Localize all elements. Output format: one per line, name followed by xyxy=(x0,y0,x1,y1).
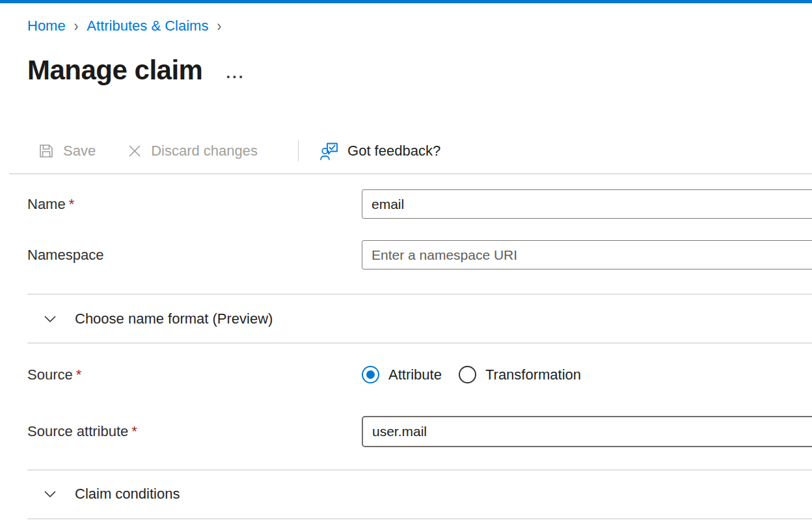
discard-changes-label: Discard changes xyxy=(151,143,258,159)
name-field-row: Name* xyxy=(27,189,812,219)
source-attribute-label-text: Source attribute xyxy=(27,423,128,439)
name-format-section-title: Choose name format (Preview) xyxy=(75,310,273,327)
claim-conditions-section-header[interactable]: Claim conditions xyxy=(27,482,812,506)
toolbar-divider xyxy=(298,141,299,161)
save-button[interactable]: Save xyxy=(38,143,96,159)
name-label-text: Name xyxy=(27,196,66,212)
required-asterisk: * xyxy=(131,423,137,439)
breadcrumb: Home › Attributes & Claims › xyxy=(27,18,221,34)
command-bar: Save Discard changes Got feedback? xyxy=(38,137,440,165)
breadcrumb-separator-icon: › xyxy=(74,18,79,34)
breadcrumb-separator-icon: › xyxy=(217,18,221,34)
breadcrumb-attributes-claims-link[interactable]: Attributes & Claims xyxy=(87,18,208,34)
source-label: Source* xyxy=(27,366,362,383)
source-attribute-label: Source attribute* xyxy=(27,423,362,440)
source-field-row: Source* Attribute Transformation xyxy=(27,365,812,385)
section-divider xyxy=(27,469,812,471)
section-divider xyxy=(27,294,812,295)
feedback-icon xyxy=(319,141,339,161)
radio-transformation[interactable]: Transformation xyxy=(459,366,581,383)
breadcrumb-home-link[interactable]: Home xyxy=(27,18,66,34)
namespace-input[interactable] xyxy=(362,240,812,269)
chevron-down-icon xyxy=(42,486,59,503)
more-menu-button[interactable]: ... xyxy=(226,65,245,81)
radio-unselected-icon xyxy=(459,366,476,383)
namespace-label-text: Namespace xyxy=(27,247,103,263)
name-label: Name* xyxy=(27,196,362,213)
radio-transformation-label: Transformation xyxy=(485,366,581,383)
namespace-label: Namespace xyxy=(27,247,362,264)
source-label-text: Source xyxy=(27,366,73,383)
name-input[interactable] xyxy=(362,189,812,219)
source-radio-group: Attribute Transformation xyxy=(362,366,581,383)
required-asterisk: * xyxy=(76,366,82,383)
page-title-row: Manage claim ... xyxy=(27,55,245,86)
discard-changes-button[interactable]: Discard changes xyxy=(127,143,258,159)
chevron-down-icon xyxy=(42,310,59,327)
name-format-section-header[interactable]: Choose name format (Preview) xyxy=(27,307,812,331)
claim-conditions-section-title: Claim conditions xyxy=(75,486,180,503)
got-feedback-button[interactable]: Got feedback? xyxy=(319,141,440,161)
page-title: Manage claim xyxy=(27,55,202,86)
required-asterisk: * xyxy=(69,196,75,212)
namespace-field-row: Namespace xyxy=(27,240,812,269)
save-label: Save xyxy=(63,143,96,159)
source-attribute-field-row: Source attribute* xyxy=(27,416,812,447)
radio-selected-icon xyxy=(362,366,379,383)
close-x-icon xyxy=(127,143,142,159)
toolbar-bottom-divider xyxy=(9,173,812,174)
source-attribute-input[interactable] xyxy=(362,416,812,447)
top-accent-bar xyxy=(0,0,812,3)
radio-attribute-label: Attribute xyxy=(388,366,442,383)
section-divider xyxy=(27,342,812,344)
radio-attribute[interactable]: Attribute xyxy=(362,366,442,383)
section-divider xyxy=(27,518,812,519)
got-feedback-label: Got feedback? xyxy=(347,143,440,159)
save-icon xyxy=(38,143,55,159)
